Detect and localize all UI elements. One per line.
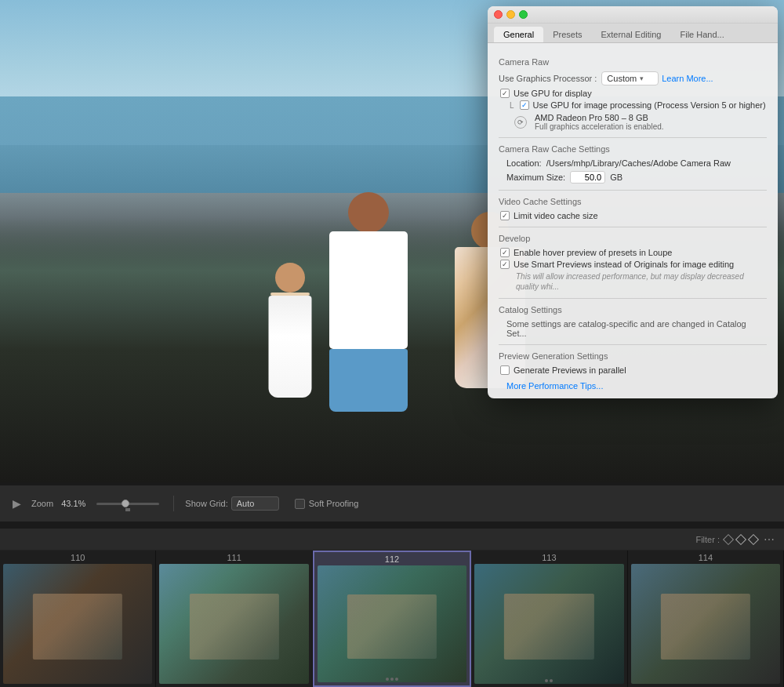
filmstrip: 110 111 112 113 114 xyxy=(0,551,784,687)
gpu-name: AMD Radeon Pro 580 – 8 GB xyxy=(535,113,664,122)
graphics-processor-row: Use Graphics Processor : Custom ▾ Learn … xyxy=(499,71,767,85)
filter-bar: Filter : ⋯ xyxy=(0,529,784,551)
panel-titlebar xyxy=(488,6,778,24)
thumb-112-dots xyxy=(386,678,398,681)
video-cache-checkbox[interactable] xyxy=(500,211,510,220)
develop-section-title: Develop xyxy=(499,234,767,243)
zoom-thumb[interactable] xyxy=(122,500,129,507)
gpu-display-checkbox[interactable] xyxy=(500,89,510,98)
generate-parallel-row: Generate Previews in parallel xyxy=(499,365,767,375)
show-grid-label: Show Grid: xyxy=(185,499,227,508)
thumb-113-dots xyxy=(545,679,553,682)
max-size-label: Maximum Size: xyxy=(506,173,565,182)
cache-path: /Users/mhp/Library/Caches/Adobe Camera R… xyxy=(546,158,731,168)
divider-4 xyxy=(499,298,767,299)
catalog-note: Some settings are catalog-specific and a… xyxy=(499,319,767,338)
catalog-section-title: Catalog Settings xyxy=(499,305,767,314)
filter-star-icon-2[interactable] xyxy=(735,533,746,544)
generate-parallel-checkbox[interactable] xyxy=(500,365,510,375)
gpu-icon: ⟳ xyxy=(514,116,527,129)
play-icon: ▶ xyxy=(13,497,21,510)
max-size-input[interactable] xyxy=(570,171,605,184)
zoom-slider[interactable] xyxy=(96,503,159,505)
filter-more-icon[interactable]: ⋯ xyxy=(764,533,775,546)
location-label: Location: xyxy=(506,158,542,168)
more-tips-link[interactable]: More Performance Tips... xyxy=(499,381,767,391)
soft-proofing-label: Soft Proofing xyxy=(309,499,359,508)
gpu-processing-label: Use GPU for image processing (Process Ve… xyxy=(533,100,766,110)
thumb-dot-1 xyxy=(386,678,389,681)
toolbar-separator-1 xyxy=(173,496,174,511)
graphics-processor-value: Custom xyxy=(607,74,637,83)
settings-panel: General Presets External Editing File Ha… xyxy=(488,6,778,398)
filter-star-icon-3[interactable] xyxy=(748,533,759,544)
zoom-label: Zoom xyxy=(31,499,53,508)
preview-gen-section-title: Preview Generation Settings xyxy=(499,351,767,361)
soft-proofing-checkbox[interactable] xyxy=(295,499,305,509)
thumb-dot-113-2 xyxy=(550,679,553,682)
minimize-button[interactable] xyxy=(506,10,515,19)
play-button[interactable]: ▶ xyxy=(9,496,24,511)
cache-location-row: Location: /Users/mhp/Library/Caches/Adob… xyxy=(499,158,767,168)
thumb-111-figures xyxy=(189,594,278,660)
thumb-dot-2 xyxy=(390,678,394,681)
smart-previews-label: Use Smart Previews instead of Originals … xyxy=(514,260,734,269)
tab-file-handling[interactable]: File Hand... xyxy=(670,27,733,42)
close-button[interactable] xyxy=(494,10,503,19)
thumb-112-figures xyxy=(347,594,437,659)
tab-general[interactable]: General xyxy=(494,27,543,42)
zoom-bar xyxy=(125,508,130,511)
smart-previews-checkbox[interactable] xyxy=(500,260,510,269)
divider-5 xyxy=(499,344,767,345)
soft-proofing-container: Soft Proofing xyxy=(295,499,359,509)
filter-label: Filter : xyxy=(695,535,720,544)
dad-shirt xyxy=(329,231,408,349)
divider-2 xyxy=(499,190,767,191)
smart-previews-row: Use Smart Previews instead of Originals … xyxy=(499,260,767,269)
thumb-dot-113-1 xyxy=(545,679,548,682)
thumb-114-image xyxy=(631,564,780,684)
filmstrip-thumb-112[interactable]: 112 xyxy=(313,551,471,687)
thumb-113-image xyxy=(474,564,623,684)
thumb-110-number: 110 xyxy=(0,551,155,564)
learn-more-link[interactable]: Learn More... xyxy=(662,74,713,83)
develop-note: This will allow increased performance, b… xyxy=(499,271,767,292)
left-child-body xyxy=(269,296,312,398)
hover-preview-checkbox[interactable] xyxy=(500,248,510,257)
figure-left-child xyxy=(259,255,321,412)
video-cache-section-title: Video Cache Settings xyxy=(499,197,767,206)
cache-section-title: Camera Raw Cache Settings xyxy=(499,144,767,154)
thumb-112-image xyxy=(318,565,466,682)
show-grid-select[interactable]: Auto Always Never xyxy=(231,496,279,511)
tab-presets[interactable]: Presets xyxy=(543,27,591,42)
thumb-114-figures xyxy=(661,594,750,660)
dad-head xyxy=(348,192,389,233)
filter-star-icon-1[interactable] xyxy=(723,533,734,544)
thumb-110-image xyxy=(3,564,152,684)
tab-external-editing[interactable]: External Editing xyxy=(591,27,670,42)
hover-preview-row: Enable hover preview of presets in Loupe xyxy=(499,248,767,257)
thumb-114-number: 114 xyxy=(628,551,783,564)
filmstrip-thumb-114[interactable]: 114 xyxy=(628,551,784,687)
filmstrip-thumb-110[interactable]: 110 xyxy=(0,551,156,687)
filmstrip-thumb-113[interactable]: 113 xyxy=(471,551,627,687)
filmstrip-thumb-111[interactable]: 111 xyxy=(156,551,312,687)
thumb-112-number: 112 xyxy=(314,552,470,565)
max-size-unit: GB xyxy=(610,173,622,182)
thumb-113-number: 113 xyxy=(471,551,626,564)
dropdown-arrow-icon: ▾ xyxy=(640,75,644,82)
figure-dad xyxy=(321,192,416,412)
gpu-processing-checkbox[interactable] xyxy=(520,100,529,110)
gpu-display-label: Use GPU for display xyxy=(514,89,592,98)
show-grid-container: Show Grid: Auto Always Never xyxy=(185,496,278,511)
gpu-info-row: ⟳ AMD Radeon Pro 580 – 8 GB Full graphic… xyxy=(499,113,767,131)
graphics-processor-dropdown[interactable]: Custom ▾ xyxy=(601,71,659,85)
gpu-processing-row: L Use GPU for image processing (Process … xyxy=(499,100,767,110)
toolbar: ▶ Zoom 43.1% Show Grid: Auto Always Neve… xyxy=(0,485,784,522)
divider-1 xyxy=(499,137,767,138)
max-size-row: Maximum Size: GB xyxy=(499,171,767,184)
thumb-113-figures xyxy=(504,594,593,660)
thumb-111-number: 111 xyxy=(156,551,311,564)
thumb-dot-3 xyxy=(395,678,398,681)
maximize-button[interactable] xyxy=(519,10,528,19)
